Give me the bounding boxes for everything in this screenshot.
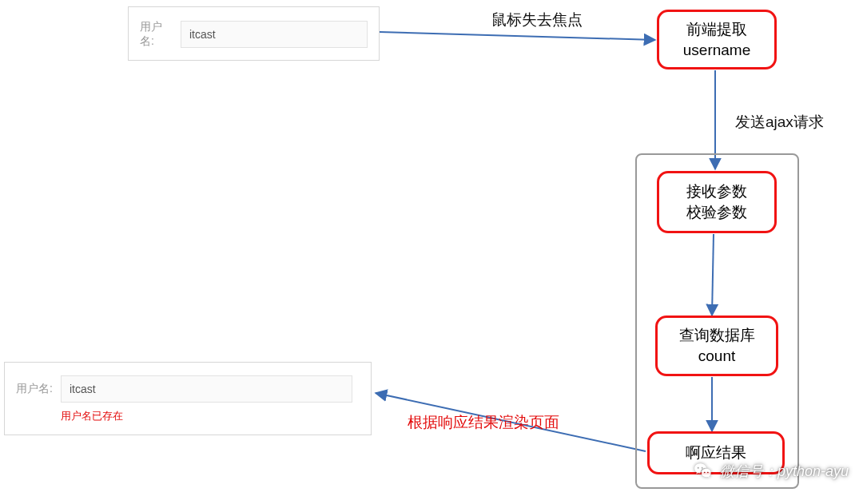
node-line: count bbox=[667, 346, 766, 367]
username-error: 用户名已存在 bbox=[61, 409, 360, 423]
svg-line-0 bbox=[380, 32, 655, 40]
wechat-icon bbox=[693, 461, 714, 482]
username-input-initial[interactable] bbox=[181, 21, 368, 48]
edge-label-render: 根据响应结果渲染页面 bbox=[408, 412, 559, 433]
node-line: 啊应结果 bbox=[659, 442, 773, 463]
node-query-db: 查询数据库 count bbox=[655, 315, 778, 376]
node-line: 校验参数 bbox=[669, 202, 765, 223]
form-username-initial: 用户名: bbox=[128, 6, 380, 61]
node-line: 前端提取 bbox=[669, 19, 765, 40]
username-label-2: 用户名: bbox=[16, 382, 53, 396]
username-input-taken[interactable] bbox=[61, 375, 352, 403]
watermark: 微信号：python-ayu bbox=[693, 461, 849, 482]
edge-label-ajax: 发送ajax请求 bbox=[735, 112, 824, 133]
watermark-text: 微信号：python-ayu bbox=[720, 462, 849, 481]
node-line: 接收参数 bbox=[669, 181, 765, 202]
edge-label-blur: 鼠标失去焦点 bbox=[491, 10, 583, 30]
node-line: 查询数据库 bbox=[667, 325, 766, 346]
node-frontend-extract: 前端提取 username bbox=[657, 10, 777, 69]
form-username-taken: 用户名: 用户名已存在 bbox=[4, 362, 372, 435]
node-line: username bbox=[669, 40, 765, 61]
username-label: 用户名: bbox=[140, 20, 173, 49]
node-receive-validate: 接收参数 校验参数 bbox=[657, 171, 777, 233]
